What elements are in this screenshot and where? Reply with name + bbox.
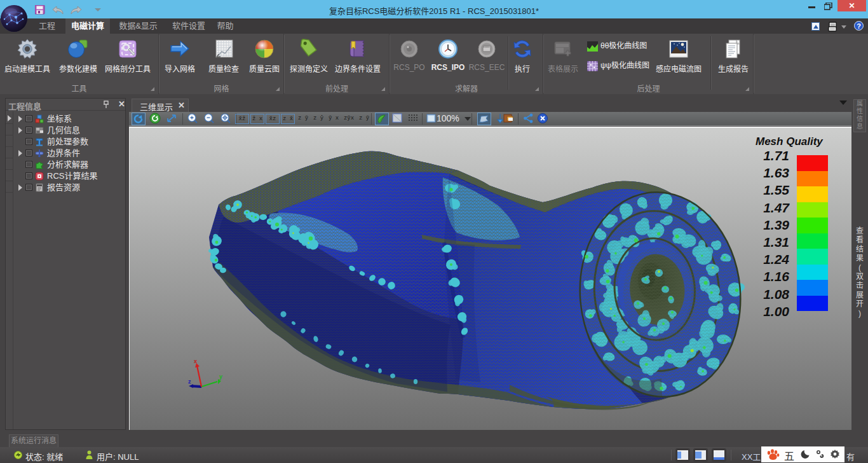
svg-text:y: y bbox=[219, 373, 222, 380]
svg-text:z: z bbox=[188, 378, 191, 385]
svg-text:x: x bbox=[194, 358, 197, 364]
